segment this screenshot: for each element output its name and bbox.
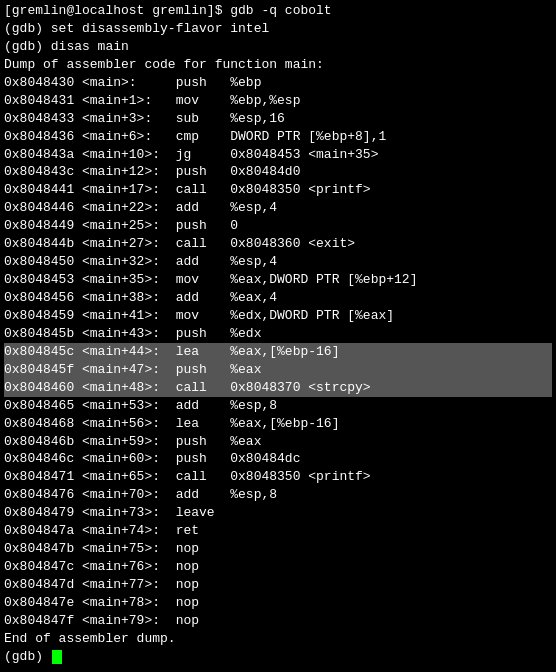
terminal-prompt[interactable]: (gdb) (4, 648, 552, 666)
terminal-line: 0x804845c <main+44>: lea %eax,[%ebp-16] (4, 343, 552, 361)
terminal-line: 0x8048446 <main+22>: add %esp,4 (4, 199, 552, 217)
terminal-line: (gdb) set disassembly-flavor intel (4, 20, 552, 38)
terminal-line: 0x804845f <main+47>: push %eax (4, 361, 552, 379)
terminal-line: 0x804847a <main+74>: ret (4, 522, 552, 540)
terminal-line: 0x8048471 <main+65>: call 0x8048350 <pri… (4, 468, 552, 486)
terminal-line: 0x804847c <main+76>: nop (4, 558, 552, 576)
terminal-line: 0x804847b <main+75>: nop (4, 540, 552, 558)
terminal-line: 0x804847d <main+77>: nop (4, 576, 552, 594)
terminal-line: 0x8048441 <main+17>: call 0x8048350 <pri… (4, 181, 552, 199)
terminal-line: 0x8048453 <main+35>: mov %eax,DWORD PTR … (4, 271, 552, 289)
terminal-line: 0x8048465 <main+53>: add %esp,8 (4, 397, 552, 415)
terminal-line: 0x8048433 <main+3>: sub %esp,16 (4, 110, 552, 128)
prompt-text: (gdb) (4, 648, 51, 666)
terminal-line: 0x8048468 <main+56>: lea %eax,[%ebp-16] (4, 415, 552, 433)
terminal-line: 0x804843c <main+12>: push 0x80484d0 (4, 163, 552, 181)
terminal-line: 0x8048479 <main+73>: leave (4, 504, 552, 522)
terminal-line: End of assembler dump. (4, 630, 552, 648)
terminal[interactable]: [gremlin@localhost gremlin]$ gdb -q cobo… (0, 0, 556, 672)
terminal-cursor (52, 650, 62, 664)
terminal-line: 0x8048476 <main+70>: add %esp,8 (4, 486, 552, 504)
terminal-line: [gremlin@localhost gremlin]$ gdb -q cobo… (4, 2, 552, 20)
terminal-line: 0x804846c <main+60>: push 0x80484dc (4, 450, 552, 468)
terminal-line: 0x8048459 <main+41>: mov %edx,DWORD PTR … (4, 307, 552, 325)
terminal-line: (gdb) disas main (4, 38, 552, 56)
terminal-line: 0x804845b <main+43>: push %edx (4, 325, 552, 343)
terminal-line: 0x804844b <main+27>: call 0x8048360 <exi… (4, 235, 552, 253)
terminal-line: 0x8048450 <main+32>: add %esp,4 (4, 253, 552, 271)
terminal-line: 0x8048436 <main+6>: cmp DWORD PTR [%ebp+… (4, 128, 552, 146)
terminal-line: 0x8048456 <main+38>: add %eax,4 (4, 289, 552, 307)
terminal-line: 0x804843a <main+10>: jg 0x8048453 <main+… (4, 146, 552, 164)
terminal-line: 0x804847e <main+78>: nop (4, 594, 552, 612)
terminal-line: 0x8048431 <main+1>: mov %ebp,%esp (4, 92, 552, 110)
terminal-line: 0x8048449 <main+25>: push 0 (4, 217, 552, 235)
terminal-line: Dump of assembler code for function main… (4, 56, 552, 74)
terminal-line: 0x804846b <main+59>: push %eax (4, 433, 552, 451)
terminal-line: 0x8048430 <main>: push %ebp (4, 74, 552, 92)
terminal-line: 0x8048460 <main+48>: call 0x8048370 <str… (4, 379, 552, 397)
terminal-line: 0x804847f <main+79>: nop (4, 612, 552, 630)
